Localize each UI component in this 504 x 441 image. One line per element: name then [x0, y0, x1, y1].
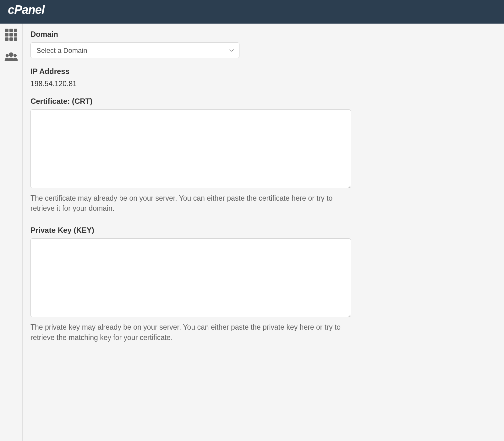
svg-text:cPanel: cPanel	[8, 4, 45, 16]
cpanel-logo[interactable]: cPanel	[8, 4, 52, 19]
domain-group: Domain Select a Domain	[30, 30, 496, 58]
sidebar-item-grid[interactable]	[4, 28, 18, 41]
private-key-group: Private Key (KEY) The private key may al…	[30, 226, 496, 342]
svg-point-1	[9, 53, 13, 57]
sidebar-item-users[interactable]	[4, 50, 18, 63]
domain-label: Domain	[30, 30, 496, 39]
certificate-help-text: The certificate may already be on your s…	[30, 193, 348, 213]
domain-select-wrapper: Select a Domain	[30, 42, 239, 58]
svg-point-2	[6, 54, 9, 57]
ip-address-group: IP Address 198.54.120.81	[30, 67, 496, 88]
ip-address-value: 198.54.120.81	[30, 80, 496, 88]
private-key-help-text: The private key may already be on your s…	[30, 322, 348, 342]
svg-point-3	[14, 54, 17, 57]
domain-select[interactable]: Select a Domain	[30, 42, 239, 58]
certificate-group: Certificate: (CRT) The certificate may a…	[30, 97, 496, 213]
grid-apps-icon	[5, 29, 17, 41]
certificate-label: Certificate: (CRT)	[30, 97, 496, 106]
private-key-textarea[interactable]	[30, 238, 351, 317]
sidebar	[0, 24, 23, 441]
certificate-textarea[interactable]	[30, 109, 351, 188]
main-container: Domain Select a Domain IP Address 198.54…	[0, 24, 504, 441]
content-area: Domain Select a Domain IP Address 198.54…	[23, 24, 504, 441]
header: cPanel	[0, 0, 504, 24]
ip-address-label: IP Address	[30, 67, 496, 76]
private-key-label: Private Key (KEY)	[30, 226, 496, 235]
users-icon	[4, 51, 18, 62]
